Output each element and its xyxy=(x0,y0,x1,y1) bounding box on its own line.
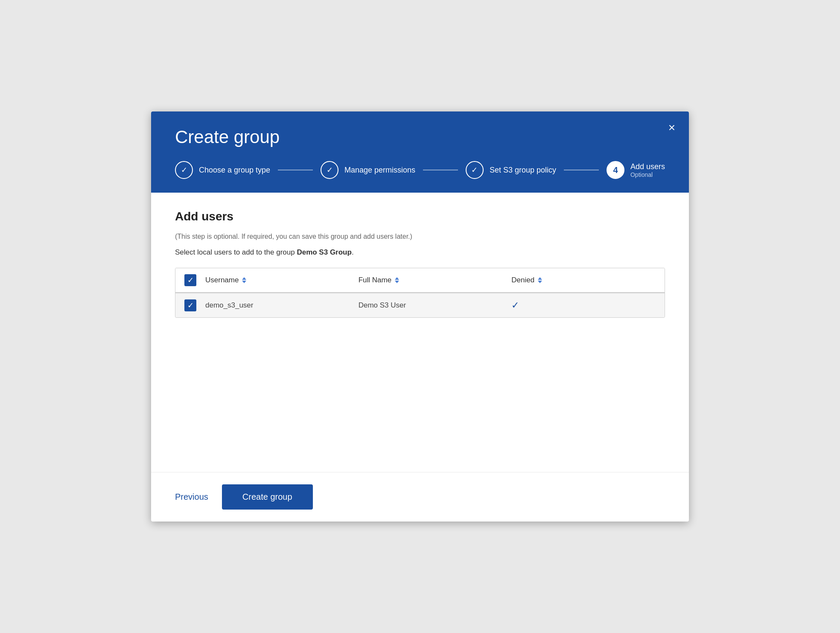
step-2: ✓ Manage permissions xyxy=(321,161,415,179)
optional-note: (This step is optional. If required, you… xyxy=(175,233,665,240)
step-3-label: Set S3 group policy xyxy=(490,166,556,175)
step-2-label: Manage permissions xyxy=(344,166,415,175)
modal-header: × Create group ✓ Choose a group type ✓ M… xyxy=(151,111,689,193)
step-4-label: Add users Optional xyxy=(630,162,665,178)
header-checkbox-cell[interactable]: ✓ xyxy=(175,274,205,286)
users-table: ✓ Username Full Name xyxy=(175,268,665,318)
row-1-denied-icon: ✓ xyxy=(511,300,665,311)
connector-2 xyxy=(423,170,458,170)
step-1: ✓ Choose a group type xyxy=(175,161,270,179)
row-1-checkbox[interactable]: ✓ xyxy=(184,299,196,311)
username-header: Username xyxy=(205,276,359,284)
fullname-header: Full Name xyxy=(359,276,512,284)
step-4-circle: 4 xyxy=(607,161,624,179)
connector-1 xyxy=(278,170,313,170)
modal-body: Add users (This step is optional. If req… xyxy=(151,193,689,472)
select-note: Select local users to add to the group D… xyxy=(175,248,665,257)
step-3-circle: ✓ xyxy=(466,161,484,179)
previous-button[interactable]: Previous xyxy=(175,492,208,502)
row-1-checkbox-cell[interactable]: ✓ xyxy=(175,299,205,311)
table-row: ✓ demo_s3_user Demo S3 User ✓ xyxy=(175,293,665,317)
denied-sort-icon[interactable] xyxy=(538,277,542,283)
step-1-circle: ✓ xyxy=(175,161,193,179)
step-4: 4 Add users Optional xyxy=(607,161,665,179)
step-3: ✓ Set S3 group policy xyxy=(466,161,556,179)
row-1-fullname: Demo S3 User xyxy=(359,301,512,310)
step-2-circle: ✓ xyxy=(321,161,338,179)
stepper: ✓ Choose a group type ✓ Manage permissio… xyxy=(175,161,665,179)
close-button[interactable]: × xyxy=(668,122,675,134)
step-1-label: Choose a group type xyxy=(199,166,270,175)
modal-title: Create group xyxy=(175,127,665,147)
create-group-button[interactable]: Create group xyxy=(222,484,313,510)
row-1-username: demo_s3_user xyxy=(205,301,359,310)
modal-footer: Previous Create group xyxy=(151,472,689,522)
group-name: Demo S3 Group xyxy=(297,248,351,256)
username-sort-icon[interactable] xyxy=(242,277,246,283)
fullname-sort-icon[interactable] xyxy=(395,277,399,283)
modal-container: × Create group ✓ Choose a group type ✓ M… xyxy=(151,111,689,522)
section-title: Add users xyxy=(175,210,665,223)
table-header: ✓ Username Full Name xyxy=(175,268,665,293)
connector-3 xyxy=(564,170,599,170)
select-all-checkbox[interactable]: ✓ xyxy=(184,274,196,286)
denied-header: Denied xyxy=(511,276,665,284)
